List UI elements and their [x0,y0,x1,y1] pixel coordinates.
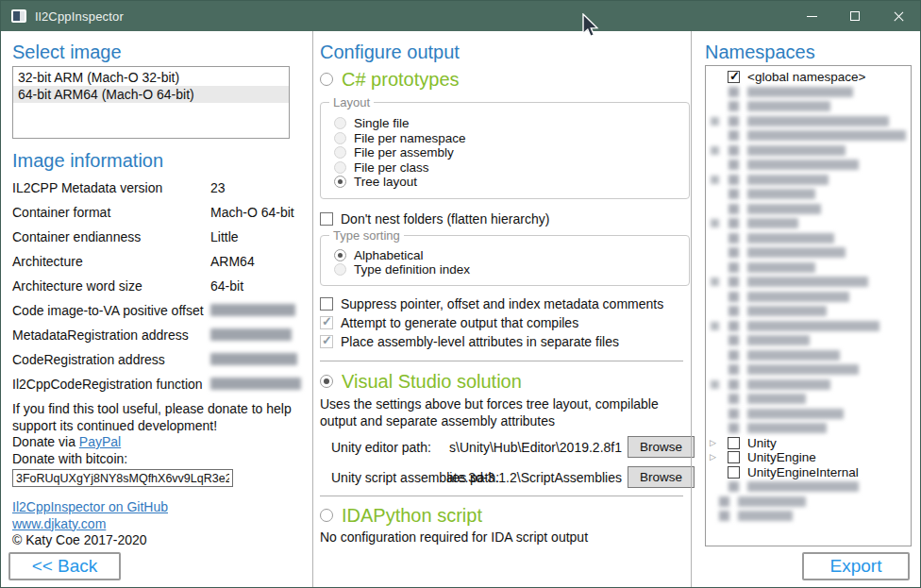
file-per-class-radio[interactable] [334,161,346,174]
info-row: Container endiannessLittle [12,229,301,244]
compilable-output-checkbox[interactable] [320,316,333,329]
layout-option-file-per-class[interactable]: File per class [334,160,689,176]
namespace-row-redacted[interactable] [706,392,911,407]
expander-icon[interactable]: ▷ [710,438,716,447]
layout-groupbox: Layout Single file File per namespace Fi… [320,102,690,199]
assembly-attributes-label: Place assembly-level attributes in separ… [341,334,619,349]
csharp-radio[interactable] [320,73,333,86]
back-button[interactable]: << Back [8,552,121,580]
idapython-radio[interactable] [320,509,333,522]
visual-studio-radio[interactable] [320,375,333,388]
namespace-item-global[interactable]: <global namespace> [706,70,911,85]
unityengineinternal-checkbox[interactable] [728,466,740,479]
namespace-row-redacted[interactable] [706,479,911,495]
paypal-link[interactable]: PayPal [79,434,121,449]
namespaces-listbox[interactable]: <global namespace> [705,65,912,546]
donate-via-label: Donate via [12,434,79,449]
namespace-row-redacted[interactable] [706,158,911,173]
suppress-comments-label: Suppress pointer, offset and index metad… [341,296,663,311]
suppress-comments-option[interactable]: Suppress pointer, offset and index metad… [320,296,691,311]
visual-studio-option[interactable]: Visual Studio solution [320,370,691,393]
select-image-heading: Select image [12,41,301,63]
namespace-row-redacted[interactable] [706,348,911,363]
unity-assemblies-path-value: ate.3d-3.1.2\ScriptAssemblies [446,470,622,485]
unity-checkbox[interactable] [728,437,740,449]
namespace-row-redacted[interactable] [706,407,911,422]
csharp-prototypes-option[interactable]: C# prototypes [320,68,691,91]
namespace-row-redacted[interactable] [706,378,911,393]
namespace-row-redacted[interactable] [706,114,911,129]
unity-label: Unity [747,436,777,450]
github-link[interactable]: Il2CppInspector on GitHub [12,499,168,514]
minimize-button[interactable] [790,1,833,31]
close-button[interactable] [877,1,920,31]
namespace-row-redacted[interactable] [706,509,911,524]
global-namespace-checkbox[interactable] [728,71,740,83]
expander-icon[interactable]: ▷ [710,452,716,462]
type-definition-index-radio[interactable] [334,263,346,276]
namespace-row-redacted[interactable] [706,85,911,100]
file-per-namespace-radio[interactable] [334,132,346,144]
alphabetical-radio[interactable] [334,249,346,261]
title-bar[interactable]: Il2CppInspector [1,1,920,31]
unity-editor-path-row: Unity editor path: s\Unity\Hub\Editor\20… [320,436,696,458]
namespace-row-redacted[interactable] [706,128,911,143]
single-file-radio[interactable] [334,117,346,129]
redacted-value [210,378,301,390]
namespace-row-redacted[interactable] [706,290,911,305]
website-link[interactable]: www.djkaty.com [12,516,106,531]
suppress-comments-checkbox[interactable] [320,297,333,311]
flatten-checkbox[interactable] [320,212,333,226]
unity-editor-path-value: s\Unity\Hub\Editor\2019.2.8f1 [449,440,622,455]
window-title: Il2CppInspector [35,9,124,24]
unityengine-checkbox[interactable] [728,451,740,463]
global-namespace-label: <global namespace> [747,70,865,84]
namespace-row-redacted[interactable] [706,495,911,510]
namespace-row-redacted[interactable] [706,143,911,159]
unity-editor-browse-button[interactable]: Browse [628,436,695,458]
image-list-item[interactable]: 32-bit ARM (Mach-O 32-bit) [13,69,289,86]
maximize-button[interactable] [833,1,877,31]
namespace-row-redacted[interactable] [706,245,911,260]
export-button[interactable]: Export [802,552,910,580]
namespace-row-redacted[interactable] [706,362,911,378]
section-divider [320,361,683,361]
layout-option-file-per-namespace[interactable]: File per namespace [334,131,689,146]
namespace-row-redacted[interactable] [706,260,911,276]
namespace-item-unity[interactable]: ▷ Unity [706,436,911,451]
namespace-row-redacted[interactable] [706,202,911,217]
layout-option-file-per-assembly[interactable]: File per assembly [334,145,689,160]
namespace-row-redacted[interactable] [706,421,911,436]
namespace-row-redacted[interactable] [706,231,911,246]
configure-output-panel: Configure output C# prototypes Layout Si… [312,31,691,587]
idapython-option[interactable]: IDAPython script [320,504,691,527]
sorting-option-type-definition-index[interactable]: Type definition index [334,262,689,277]
namespace-item-unityengineinternal[interactable]: UnityEngineInternal [706,465,911,480]
namespace-row-redacted[interactable] [706,275,911,290]
bitcoin-address-input[interactable] [12,469,233,487]
image-list-item-selected[interactable]: 64-bit ARM64 (Mach-O 64-bit) [13,86,289,103]
unity-assemblies-browse-button[interactable]: Browse [628,466,695,488]
namespace-row-redacted[interactable] [706,319,911,334]
image-listbox[interactable]: 32-bit ARM (Mach-O 32-bit) 64-bit ARM64 … [12,66,290,139]
file-per-assembly-radio[interactable] [334,146,346,159]
unityengineinternal-label: UnityEngineInternal [747,465,859,479]
assembly-attributes-checkbox[interactable] [320,335,333,348]
idapython-description: No configuration required for IDA script… [320,529,690,546]
compilable-output-option[interactable]: Attempt to generate output that compiles [320,315,691,330]
namespace-row-redacted[interactable] [706,187,911,202]
namespace-row-redacted[interactable] [706,216,911,231]
namespace-row-redacted[interactable] [706,333,911,348]
tree-layout-radio[interactable] [334,176,346,188]
assembly-attributes-option[interactable]: Place assembly-level attributes in separ… [320,334,691,349]
sorting-option-alphabetical[interactable]: Alphabetical [334,248,689,263]
redacted-value [210,353,297,365]
namespace-row-redacted[interactable] [706,304,911,319]
layout-option-single-file[interactable]: Single file [334,116,689,131]
namespace-row-redacted[interactable] [706,99,911,114]
flatten-hierarchy-option[interactable]: Don't nest folders (flatten hierarchy) [320,211,691,227]
namespace-row-redacted[interactable] [706,173,911,188]
namespaces-panel: Namespaces <global namespace> [691,31,920,587]
namespace-item-unityengine[interactable]: ▷ UnityEngine [706,450,911,465]
layout-option-tree-layout[interactable]: Tree layout [334,175,689,190]
